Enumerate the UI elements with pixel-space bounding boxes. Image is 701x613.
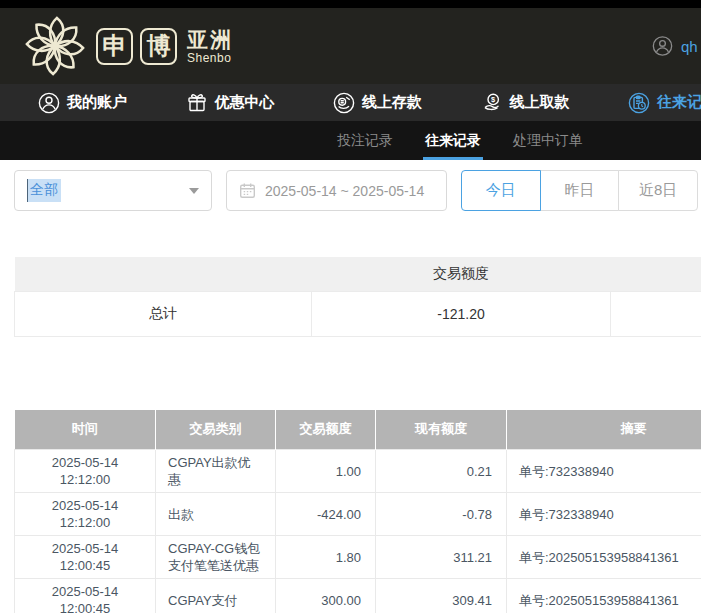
- nav-item-promotions[interactable]: 优惠中心: [186, 92, 275, 114]
- summary-header-empty: [15, 257, 312, 291]
- top-strip: [0, 0, 701, 8]
- nav-label: 我的账户: [67, 93, 127, 112]
- logo-subtitle-text: Shenbo: [187, 52, 233, 64]
- nav-item-online-withdraw[interactable]: $ 线上取款: [481, 92, 570, 114]
- profile-icon: [652, 36, 673, 57]
- nav-item-online-deposit[interactable]: 线上存款: [333, 92, 422, 114]
- table-row: 2025-05-14 12:12:00CGPAY出款优惠1.000.21单号:7…: [15, 450, 701, 493]
- table-cell-balance: 309.41: [376, 579, 507, 613]
- date-range-input[interactable]: 2025-05-14 ~ 2025-05-14: [226, 170, 447, 211]
- table-cell-balance: 0.21: [376, 450, 507, 493]
- table-row: 2025-05-14 12:12:00出款-424.00-0.78单号:7323…: [15, 493, 701, 536]
- table-cell-balance: 311.21: [376, 536, 507, 579]
- subtab-label: 往来记录: [425, 132, 481, 148]
- date-range-text: 2025-05-14 ~ 2025-05-14: [265, 183, 424, 199]
- gift-icon: [186, 92, 208, 114]
- yesterday-button[interactable]: 昨日: [540, 170, 620, 211]
- records-table-body: 2025-05-14 12:12:00CGPAY出款优惠1.000.21单号:7…: [15, 450, 701, 613]
- nav-label: 线上存款: [362, 93, 422, 112]
- nav-label: 线上取款: [510, 93, 570, 112]
- username-text: qh: [681, 38, 698, 55]
- main-nav: 我的账户 优惠中心: [0, 84, 701, 121]
- last-8-days-button[interactable]: 近8日: [618, 170, 698, 211]
- active-tab-underline: [423, 157, 483, 160]
- withdraw-icon: $: [481, 92, 503, 114]
- filter-row: 全部 2025-05-14 ~ 2025-05-14 今日 昨日 近8日: [14, 170, 701, 211]
- table-cell-amount: -424.00: [276, 493, 376, 536]
- summary-total-row: 总计 -121.20: [15, 291, 701, 336]
- records-header-row: 时间 交易类别 交易额度 现有额度 摘要: [15, 410, 701, 450]
- table-cell-type: CGPAY-CG钱包支付笔笔送优惠: [156, 536, 276, 579]
- records-section: 时间 交易类别 交易额度 现有额度 摘要 2025-05-14 12:12:00…: [14, 410, 701, 613]
- table-cell-amount: 1.00: [276, 450, 376, 493]
- lotus-logo-icon: [24, 15, 86, 77]
- summary-header-empty: [611, 257, 701, 291]
- table-cell-summary: 单号:732338940: [507, 450, 701, 493]
- svg-text:$: $: [491, 95, 496, 104]
- sub-nav: 投注记录 往来记录 处理中订单: [0, 121, 701, 160]
- table-row: 2025-05-14 12:00:45CGPAY支付300.00309.41单号…: [15, 579, 701, 613]
- summary-empty-cell: [611, 291, 701, 336]
- nav-item-my-account[interactable]: 我的账户: [38, 92, 127, 114]
- column-header-summary: 摘要: [507, 410, 701, 450]
- nav-item-transaction-records[interactable]: 往来记录: [628, 92, 701, 114]
- table-cell-time: 2025-05-14 12:12:00: [15, 493, 156, 536]
- logo-char-box: 博: [140, 28, 177, 65]
- subtab-label: 处理中订单: [513, 132, 583, 148]
- table-cell-amount: 1.80: [276, 536, 376, 579]
- table-cell-type: CGPAY支付: [156, 579, 276, 613]
- subtab-label: 投注记录: [337, 132, 393, 148]
- transaction-type-select[interactable]: 全部: [14, 170, 212, 211]
- logo-char: 博: [147, 30, 171, 62]
- quick-date-button-group: 今日 昨日 近8日: [461, 170, 698, 211]
- site-header: 申 博 亚洲 Shenbo qh: [0, 8, 701, 84]
- summary-section: 交易额度 总计 -121.20: [14, 257, 701, 337]
- logo-region-text: 亚洲: [187, 29, 233, 50]
- table-cell-type: CGPAY出款优惠: [156, 450, 276, 493]
- logo-wordmark: 亚洲 Shenbo: [187, 29, 233, 64]
- records-table: 时间 交易类别 交易额度 现有额度 摘要 2025-05-14 12:12:00…: [14, 410, 701, 613]
- table-cell-balance: -0.78: [376, 493, 507, 536]
- user-account-chip[interactable]: qh: [652, 36, 701, 57]
- column-header-type: 交易类别: [156, 410, 276, 450]
- chevron-down-icon: [189, 188, 199, 194]
- nav-label: 优惠中心: [215, 93, 275, 112]
- column-header-time: 时间: [15, 410, 156, 450]
- column-header-amount: 交易额度: [276, 410, 376, 450]
- today-button[interactable]: 今日: [461, 170, 541, 211]
- table-cell-time: 2025-05-14 12:00:45: [15, 579, 156, 613]
- summary-header-row: 交易额度: [15, 257, 701, 291]
- table-row: 2025-05-14 12:00:45CGPAY-CG钱包支付笔笔送优惠1.80…: [15, 536, 701, 579]
- summary-total-value: -121.20: [312, 291, 611, 336]
- table-cell-summary: 单号:202505153958841361: [507, 536, 701, 579]
- summary-table: 交易额度 总计 -121.20: [14, 257, 701, 337]
- logo-char-box: 申: [96, 28, 133, 65]
- calendar-icon: [239, 182, 256, 199]
- subtab-processing-orders[interactable]: 处理中订单: [513, 121, 583, 160]
- logo-char: 申: [103, 30, 127, 62]
- summary-header-amount: 交易额度: [312, 257, 611, 291]
- table-cell-summary: 单号:202505153958841361: [507, 579, 701, 613]
- table-cell-type: 出款: [156, 493, 276, 536]
- selected-type-text: 全部: [27, 179, 61, 202]
- table-cell-time: 2025-05-14 12:00:45: [15, 536, 156, 579]
- deposit-icon: [333, 92, 355, 114]
- subtab-bet-records[interactable]: 投注记录: [337, 121, 393, 160]
- table-cell-time: 2025-05-14 12:12:00: [15, 450, 156, 493]
- table-cell-summary: 单号:732338940: [507, 493, 701, 536]
- nav-label: 往来记录: [657, 93, 701, 112]
- column-header-balance: 现有额度: [376, 410, 507, 450]
- subtab-transaction-records[interactable]: 往来记录: [425, 121, 481, 160]
- summary-total-label: 总计: [15, 291, 312, 336]
- account-user-icon: [38, 92, 60, 114]
- table-cell-amount: 300.00: [276, 579, 376, 613]
- records-icon: [628, 92, 650, 114]
